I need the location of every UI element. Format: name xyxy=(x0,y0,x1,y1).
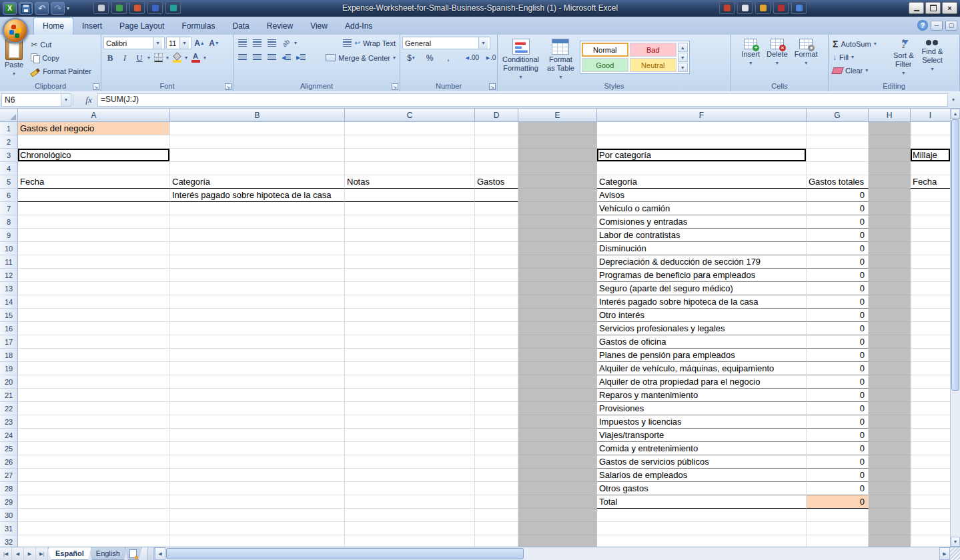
cell-D29[interactable] xyxy=(475,495,518,509)
cell-A32[interactable] xyxy=(18,535,170,547)
cell-G23[interactable]: 0 xyxy=(807,415,869,429)
cell-D22[interactable] xyxy=(475,402,518,415)
cell-A13[interactable] xyxy=(18,282,170,295)
cell-F19[interactable]: Alquiler de vehículo, máquinas, equipami… xyxy=(597,362,807,375)
row-header-20[interactable]: 20 xyxy=(0,375,18,389)
cell-A16[interactable] xyxy=(18,322,170,335)
decrease-indent-button[interactable]: ◀ xyxy=(280,51,293,64)
cell-E9[interactable] xyxy=(518,229,597,242)
redo-button[interactable]: ↷ xyxy=(51,2,65,15)
cell-C14[interactable] xyxy=(345,295,475,309)
cell-G25[interactable]: 0 xyxy=(807,442,869,455)
scroll-left-button[interactable]: ◀ xyxy=(155,547,165,560)
cell-A14[interactable] xyxy=(18,295,170,309)
scroll-up-button[interactable]: ▲ xyxy=(951,109,960,119)
shrink-font-button[interactable]: A▼ xyxy=(207,37,221,49)
cell-E26[interactable] xyxy=(518,455,597,469)
cell-D27[interactable] xyxy=(475,469,518,482)
cell-D11[interactable] xyxy=(475,255,518,269)
cell-H25[interactable] xyxy=(869,442,911,455)
cell-H30[interactable] xyxy=(869,509,911,522)
cell-H8[interactable] xyxy=(869,215,911,229)
cell-H14[interactable] xyxy=(869,295,911,309)
cell-G1[interactable] xyxy=(807,122,869,135)
undo-button[interactable]: ↶ xyxy=(35,2,49,15)
cell-D23[interactable] xyxy=(475,415,518,429)
cell-F3[interactable]: Por categoría xyxy=(597,149,807,162)
cell-F18[interactable]: Planes de pensión para empleados xyxy=(597,349,807,362)
app-icon[interactable]: X xyxy=(3,2,17,15)
row-header-30[interactable]: 30 xyxy=(0,509,18,522)
row-header-14[interactable]: 14 xyxy=(0,295,18,309)
last-sheet-button[interactable]: ▶| xyxy=(36,547,48,560)
cell-G13[interactable]: 0 xyxy=(807,282,869,295)
background-window-button[interactable] xyxy=(93,1,109,14)
row-header-21[interactable]: 21 xyxy=(0,389,18,402)
format-painter-button[interactable]: Format Painter xyxy=(29,65,93,77)
cell-H1[interactable] xyxy=(869,122,911,135)
cell-E22[interactable] xyxy=(518,402,597,415)
cell-D10[interactable] xyxy=(475,242,518,255)
cell-D1[interactable] xyxy=(475,122,518,135)
cell-B2[interactable] xyxy=(170,135,345,149)
cell-A10[interactable] xyxy=(18,242,170,255)
row-header-22[interactable]: 22 xyxy=(0,402,18,415)
cell-G5[interactable]: Gastos totales xyxy=(807,175,869,189)
cell-B20[interactable] xyxy=(170,375,345,389)
cell-B22[interactable] xyxy=(170,402,345,415)
cell-I30[interactable] xyxy=(911,509,950,522)
clear-button[interactable]: Clear▾ xyxy=(831,64,888,77)
middle-align-button[interactable] xyxy=(250,37,264,49)
cell-A6[interactable] xyxy=(18,189,170,202)
cell-I9[interactable] xyxy=(911,229,950,242)
row-header-4[interactable]: 4 xyxy=(0,162,18,175)
row-header-13[interactable]: 13 xyxy=(0,282,18,295)
cell-I8[interactable] xyxy=(911,215,950,229)
cell-D3[interactable] xyxy=(475,149,518,162)
cell-B23[interactable] xyxy=(170,415,345,429)
cell-A12[interactable] xyxy=(18,269,170,282)
background-window-button[interactable] xyxy=(165,1,181,14)
cell-D32[interactable] xyxy=(475,535,518,547)
cell-G11[interactable]: 0 xyxy=(807,255,869,269)
row-header-23[interactable]: 23 xyxy=(0,415,18,429)
cell-I24[interactable] xyxy=(911,429,950,442)
name-box[interactable]: N6▾ xyxy=(1,93,71,107)
cell-B1[interactable] xyxy=(170,122,345,135)
cell-E31[interactable] xyxy=(518,522,597,535)
cell-E11[interactable] xyxy=(518,255,597,269)
font-size-select[interactable]: 11▾ xyxy=(166,37,191,49)
cell-B30[interactable] xyxy=(170,509,345,522)
ribbon-tab-formulas[interactable]: Formulas xyxy=(173,17,223,35)
ribbon-tab-review[interactable]: Review xyxy=(258,17,302,35)
cell-D14[interactable] xyxy=(475,295,518,309)
row-header-12[interactable]: 12 xyxy=(0,269,18,282)
cell-D20[interactable] xyxy=(475,375,518,389)
cell-D16[interactable] xyxy=(475,322,518,335)
sort-filter-button[interactable]: AZ Sort & Filter ▾ xyxy=(891,37,917,81)
cell-F21[interactable]: Reparos y mantenimiento xyxy=(597,389,807,402)
cell-C19[interactable] xyxy=(345,362,475,375)
column-header-H[interactable]: H xyxy=(869,109,911,122)
cell-H21[interactable] xyxy=(869,389,911,402)
row-header-19[interactable]: 19 xyxy=(0,362,18,375)
ribbon-tab-view[interactable]: View xyxy=(302,17,336,35)
ribbon-tab-page-layout[interactable]: Page Layout xyxy=(111,17,173,35)
cell-I18[interactable] xyxy=(911,349,950,362)
formula-input[interactable]: =SUM(J:J) xyxy=(97,93,948,107)
cell-I23[interactable] xyxy=(911,415,950,429)
cell-G19[interactable]: 0 xyxy=(807,362,869,375)
cell-D6[interactable] xyxy=(475,189,518,202)
cell-G27[interactable]: 0 xyxy=(807,469,869,482)
align-center-button[interactable] xyxy=(250,51,264,64)
cell-G16[interactable]: 0 xyxy=(807,322,869,335)
cell-E30[interactable] xyxy=(518,509,597,522)
cell-E14[interactable] xyxy=(518,295,597,309)
cell-C29[interactable] xyxy=(345,495,475,509)
cell-B4[interactable] xyxy=(170,162,345,175)
first-sheet-button[interactable]: |◀ xyxy=(0,547,12,560)
cell-C7[interactable] xyxy=(345,202,475,215)
cell-B8[interactable] xyxy=(170,215,345,229)
insert-cells-button[interactable]: + Insert ▾ xyxy=(739,37,763,81)
cell-I21[interactable] xyxy=(911,389,950,402)
